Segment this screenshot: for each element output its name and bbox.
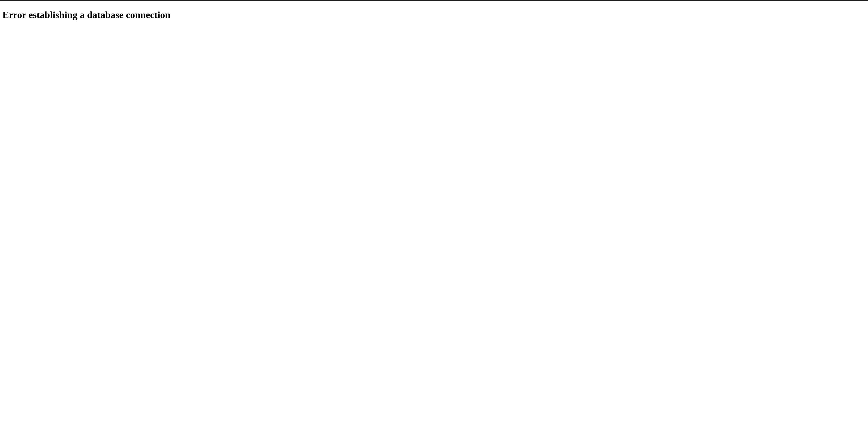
error-page: Error establishing a database connection [0, 0, 868, 30]
error-heading: Error establishing a database connection [2, 9, 866, 21]
